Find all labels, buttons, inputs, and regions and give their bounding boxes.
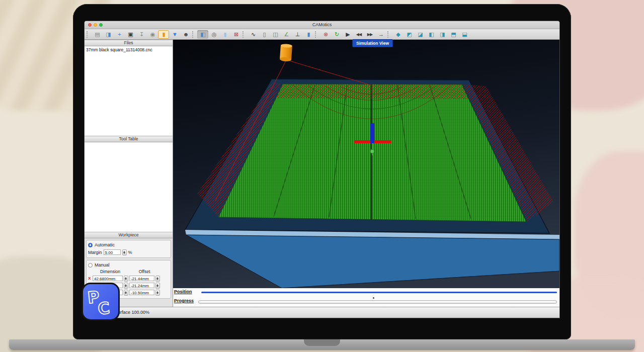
- view-back-icon[interactable]: ◪: [415, 30, 426, 39]
- tool-table-list: [85, 142, 173, 232]
- dimension-field[interactable]: 42.6800mm: [93, 276, 123, 281]
- view-bottom-icon[interactable]: ⬓: [459, 30, 470, 39]
- toolbar: ▤◨+▣↧◉▮▼☻◧◎▮⊠∿▯◫∠⊥▮⊗↻▶◀◀▶▶→◆◩◪◧◨⬒⬓: [85, 29, 559, 40]
- toolpath-icon[interactable]: ∿: [248, 30, 259, 39]
- user-icon[interactable]: ☻: [180, 30, 191, 39]
- progress-bar: [198, 300, 557, 304]
- toolbar-separator: [243, 31, 246, 38]
- stepper-control[interactable]: [124, 290, 128, 296]
- find-icon[interactable]: ◎: [208, 30, 219, 39]
- camotics-window: CAMotics ▤◨+▣↧◉▮▼☻◧◎▮⊠∿▯◫∠⊥▮⊗↻▶◀◀▶▶→◆◩◪◧…: [85, 21, 559, 318]
- files-panel-header: Files: [85, 40, 173, 46]
- position-slider[interactable]: [201, 292, 557, 293]
- remove-stock-icon[interactable]: ⊠: [230, 30, 242, 39]
- margin-field[interactable]: 5.00: [104, 249, 121, 255]
- stop-icon[interactable]: ⊗: [320, 30, 331, 39]
- stepper-control[interactable]: [155, 283, 160, 289]
- view-left-icon[interactable]: ◧: [426, 30, 437, 39]
- workpiece-row: X42.6800mm-21.44mm: [88, 275, 169, 282]
- window-title: CAMotics: [85, 21, 559, 29]
- snapshot-icon[interactable]: ◉: [147, 30, 158, 39]
- stock-icon[interactable]: ▮: [219, 30, 230, 39]
- offset-header: Offset: [128, 269, 160, 274]
- new-project-icon[interactable]: ▤: [92, 30, 103, 39]
- sidebar: Files 37mm black square_11314008.cnc Too…: [85, 40, 173, 307]
- automatic-radio[interactable]: [88, 243, 93, 247]
- fast-forward-icon[interactable]: ▶▶: [364, 30, 375, 39]
- axes-icon[interactable]: ∠: [281, 30, 292, 39]
- tool-table-panel-header: Tool Table: [85, 136, 173, 142]
- step-icon[interactable]: →: [375, 30, 386, 39]
- stepper-control[interactable]: [155, 290, 160, 296]
- manual-radio[interactable]: [88, 263, 93, 268]
- position-slider-dot: [373, 297, 374, 299]
- axis-label: X: [88, 276, 92, 281]
- offset-field[interactable]: -10.50mm: [129, 290, 154, 295]
- vbit-tool-icon[interactable]: ▼: [169, 30, 180, 39]
- position-label: Position: [174, 289, 192, 294]
- manual-label: Manual: [95, 262, 110, 268]
- tool-view-icon[interactable]: ▯: [259, 30, 270, 39]
- cutting-tool: [280, 44, 292, 62]
- probe-icon[interactable]: ⊥: [292, 30, 303, 39]
- automatic-label: Automatic: [95, 242, 115, 247]
- simulation-viewport[interactable]: [173, 40, 559, 288]
- offset-field[interactable]: -21.24mm: [129, 283, 154, 288]
- file-item[interactable]: 37mm black square_11314008.cnc: [85, 46, 173, 53]
- laptop-base: [9, 339, 635, 350]
- add-file-icon[interactable]: +: [114, 30, 125, 39]
- pc-logo: P C: [82, 283, 120, 321]
- toolbar-separator: [192, 31, 195, 38]
- stepper-control[interactable]: [124, 276, 128, 282]
- view-right-icon[interactable]: ◨: [437, 30, 448, 39]
- play-icon[interactable]: ▶: [342, 30, 353, 39]
- workpiece-icon[interactable]: ◧: [197, 30, 208, 39]
- offset-field[interactable]: -21.44mm: [129, 276, 154, 281]
- automatic-group: Automatic Margin 5.00 %: [86, 240, 171, 258]
- view-top-icon[interactable]: ⬒: [448, 30, 459, 39]
- open-project-icon[interactable]: ◨: [103, 30, 114, 39]
- toolbar-separator: [315, 31, 318, 38]
- margin-stepper[interactable]: [122, 249, 127, 255]
- titlebar: CAMotics: [85, 21, 559, 29]
- status-text: Surface 100.00%: [115, 310, 149, 315]
- stepper-control[interactable]: [155, 276, 160, 282]
- margin-label: Margin: [88, 250, 102, 255]
- laptop-notch: [304, 339, 340, 346]
- progress-label: Progress: [174, 298, 194, 303]
- toolbar-separator: [87, 31, 90, 38]
- workpiece-panel-header: Workpiece: [85, 232, 173, 238]
- margin-unit: %: [128, 250, 132, 255]
- bounds-icon[interactable]: ◫: [270, 30, 281, 39]
- reload-icon[interactable]: ↻: [331, 30, 342, 39]
- pc-logo-glyph: P C: [83, 284, 118, 319]
- rewind-icon[interactable]: ◀◀: [353, 30, 364, 39]
- dimension-header: Dimension: [92, 269, 128, 274]
- endmill-tool-icon[interactable]: ▮: [158, 30, 169, 39]
- status-bar: Surface 100.00%: [85, 307, 559, 318]
- view-isometric-icon[interactable]: ◆: [392, 30, 404, 39]
- export-icon[interactable]: ↧: [136, 30, 147, 39]
- svg-text:C: C: [97, 298, 111, 318]
- save-project-icon[interactable]: ▣: [125, 30, 136, 39]
- files-list: 37mm black square_11314008.cnc: [85, 46, 173, 136]
- stepper-control[interactable]: [124, 283, 128, 289]
- view-front-icon[interactable]: ◩: [404, 30, 415, 39]
- simulation-view-tooltip: Simulation View: [352, 39, 393, 47]
- spindle-icon[interactable]: ▮: [303, 30, 314, 39]
- toolbar-separator: [387, 31, 390, 38]
- playback-panel: Position Progress: [173, 288, 559, 307]
